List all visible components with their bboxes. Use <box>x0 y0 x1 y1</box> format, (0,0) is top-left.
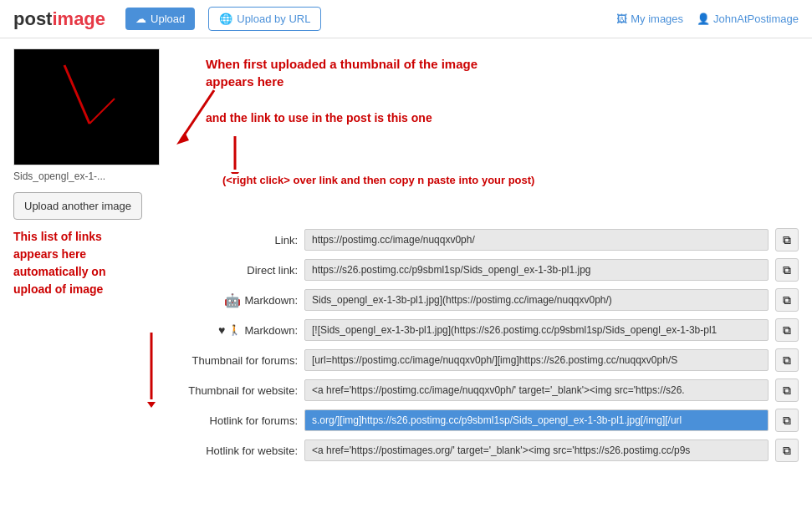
header-right: 🖼 My images 👤 JohnAtPostimage <box>616 13 799 25</box>
link-label-1: Direct link: <box>156 264 298 277</box>
thumbnail-image <box>14 48 159 165</box>
arrow-svg <box>176 82 218 149</box>
annotation-line1: When first uploaded a thumbnail of the i… <box>206 55 534 90</box>
link-input-0[interactable]: https://postimg.cc/image/nuqqxv0ph/ <box>304 229 769 251</box>
link-label-4: Thumbnail for forums: <box>156 354 298 367</box>
link-label-3: ♥ 🚶 Markdown: <box>156 323 298 337</box>
reddit-icon: 🤖 <box>224 292 241 308</box>
link-label-7: Hotlink for website: <box>156 444 298 457</box>
user-link[interactable]: 👤 JohnAtPostimage <box>697 13 799 25</box>
copy-btn-2[interactable]: ⧉ <box>775 288 799 312</box>
thumbnail-column: Sids_opengl_ex-1-... Upload another imag… <box>13 48 181 220</box>
logo-post: post <box>13 8 52 29</box>
globe-icon: 🌐 <box>219 13 232 25</box>
arrow2-svg <box>231 132 264 174</box>
link-input-4[interactable]: [url=https://postimg.cc/image/nuqqxv0ph/… <box>304 349 769 371</box>
image-icon: 🖼 <box>616 13 627 25</box>
sidebar-note-area: This list of links appears here automati… <box>13 228 156 469</box>
header-nav: ☁ Upload 🌐 Upload by URL <box>125 7 616 31</box>
thumbnail-box <box>13 48 160 165</box>
svg-rect-0 <box>14 48 159 165</box>
header: postimage ☁ Upload 🌐 Upload by URL 🖼 My … <box>0 0 812 38</box>
link-input-2[interactable]: Sids_opengl_ex-1-3b-pl1.jpg](https://pos… <box>304 289 769 311</box>
link-row-5: Thumbnail for website: <a href='https://… <box>156 378 799 402</box>
svg-marker-4 <box>176 132 189 145</box>
annotation-line4: (<right click> over link and then copy n… <box>222 174 534 186</box>
svg-marker-8 <box>147 402 156 408</box>
user-label: JohnAtPostimage <box>713 13 799 25</box>
link-label-2: 🤖 Markdown: <box>156 292 298 308</box>
walk-icon: 🚶 <box>228 324 241 336</box>
upload-cloud-icon: ☁ <box>135 13 146 25</box>
my-images-link[interactable]: 🖼 My images <box>616 13 683 25</box>
user-icon: 👤 <box>697 13 710 25</box>
page-wrapper: postimage ☁ Upload 🌐 Upload by URL 🖼 My … <box>0 0 812 482</box>
link-row-7: Hotlink for website: <a href='https://po… <box>156 439 799 462</box>
github-icon: ♥ <box>218 323 225 337</box>
thumbnail-filename: Sids_opengl_ex-1-... <box>13 170 181 182</box>
copy-btn-7[interactable]: ⧉ <box>775 439 799 462</box>
annotation-area: When first uploaded a thumbnail of the i… <box>206 48 534 186</box>
link-input-6[interactable]: s.org/][img]https://s26.postimg.cc/p9sbm… <box>304 409 769 431</box>
link-label-6: Hotlink for forums: <box>156 414 298 427</box>
copy-btn-0[interactable]: ⧉ <box>775 228 799 251</box>
copy-btn-5[interactable]: ⧉ <box>775 378 799 402</box>
logo: postimage <box>13 8 105 30</box>
content-area: Sids_opengl_ex-1-... Upload another imag… <box>0 48 812 482</box>
link-input-7[interactable]: <a href='https://postimages.org/' target… <box>304 439 769 461</box>
copy-btn-4[interactable]: ⧉ <box>775 348 799 372</box>
upload-another-button[interactable]: Upload another image <box>13 192 142 220</box>
link-row-0: Link: https://postimg.cc/image/nuqqxv0ph… <box>156 228 799 251</box>
upload-label: Upload <box>151 13 185 25</box>
upload-by-url-label: Upload by URL <box>237 13 310 25</box>
links-table: Link: https://postimg.cc/image/nuqqxv0ph… <box>156 228 799 469</box>
upload-button[interactable]: ☁ Upload <box>125 8 195 30</box>
sidebar-note: This list of links appears here automati… <box>13 228 147 298</box>
upload-by-url-button[interactable]: 🌐 Upload by URL <box>208 7 321 31</box>
copy-btn-6[interactable]: ⧉ <box>775 409 799 432</box>
annotation-line3: and the link to use in the post is this … <box>206 110 534 127</box>
svg-line-3 <box>181 90 214 140</box>
link-row-1: Direct link: https://s26.postimg.cc/p9sb… <box>156 258 799 282</box>
link-label-0: Link: <box>156 234 298 246</box>
link-input-1[interactable]: https://s26.postimg.cc/p9sbml1sp/Sids_op… <box>304 259 769 281</box>
copy-btn-1[interactable]: ⧉ <box>775 258 799 282</box>
link-row-6: Hotlink for forums: s.org/][img]https://… <box>156 409 799 432</box>
link-input-3[interactable]: [![Sids_opengl_ex-1-3b-pl1.jpg](https://… <box>304 319 769 341</box>
arrow3-svg <box>139 328 164 412</box>
link-label-5: Thumbnail for website: <box>156 384 298 397</box>
link-row-3: ♥ 🚶 Markdown: [![Sids_opengl_ex-1-3b-pl1… <box>156 318 799 342</box>
copy-btn-3[interactable]: ⧉ <box>775 318 799 342</box>
my-images-label: My images <box>631 13 683 25</box>
link-row-4: Thumbnail for forums: [url=https://posti… <box>156 348 799 372</box>
logo-image: image <box>52 8 105 29</box>
bottom-section: This list of links appears here automati… <box>13 228 799 469</box>
link-row-2: 🤖 Markdown: Sids_opengl_ex-1-3b-pl1.jpg]… <box>156 288 799 312</box>
link-input-5[interactable]: <a href='https://postimg.cc/image/nuqqxv… <box>304 379 769 401</box>
